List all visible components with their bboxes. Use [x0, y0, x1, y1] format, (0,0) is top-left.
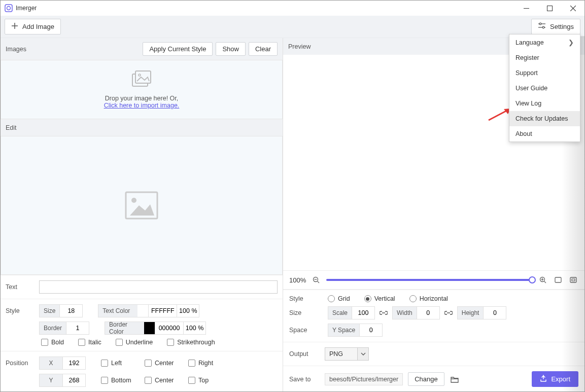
close-button[interactable]: [561, 1, 584, 16]
main: Images Apply Current Style Show Clear Dr…: [1, 38, 584, 392]
pos-x-input[interactable]: [62, 357, 86, 370]
textcolor-swatch[interactable]: [137, 304, 149, 317]
save-path: beesoft/Pictures/Imerger: [325, 373, 403, 385]
zoom-out-icon[interactable]: [311, 275, 321, 285]
svg-rect-0: [5, 5, 12, 12]
titlebar: Imerger: [1, 1, 584, 16]
images-stack-icon: [131, 70, 152, 90]
zoom-value: 100%: [289, 276, 306, 284]
export-icon: [540, 375, 547, 383]
fit-screen-icon[interactable]: [553, 275, 563, 285]
settings-menu: Language❯ Register Support User Guide Vi…: [509, 34, 580, 142]
show-button[interactable]: Show: [216, 42, 246, 56]
align-center-y[interactable]: Center: [145, 377, 185, 384]
svg-point-16: [131, 198, 136, 203]
layout-vertical-radio[interactable]: Vertical: [364, 295, 395, 302]
svg-rect-27: [572, 279, 575, 281]
menu-view-log[interactable]: View Log: [509, 96, 580, 111]
actual-size-icon[interactable]: [568, 275, 578, 285]
textcolor-opacity[interactable]: [177, 304, 199, 317]
image-dropzone[interactable]: Drop your image here! Or, Click here to …: [1, 60, 283, 119]
svg-line-19: [318, 281, 320, 283]
svg-marker-17: [130, 204, 154, 216]
textcolor-input[interactable]: [149, 304, 177, 317]
app-icon: [5, 4, 13, 12]
yspace-input[interactable]: [359, 324, 383, 337]
output-section: Output PNG: [283, 342, 584, 366]
zoom-slider[interactable]: [326, 279, 533, 281]
dropzone-text: Drop your image here! Or,: [105, 95, 179, 102]
underline-checkbox[interactable]: Underline: [116, 339, 153, 346]
style-section: Style Size Text Color Border Bord: [1, 299, 283, 351]
images-header: Images Apply Current Style Show Clear: [1, 38, 283, 60]
image-placeholder-icon: [124, 190, 159, 221]
output-format-select[interactable]: PNG: [325, 347, 369, 361]
svg-rect-13: [135, 71, 151, 83]
change-path-button[interactable]: Change: [408, 372, 444, 386]
bordercolor-swatch[interactable]: [144, 322, 155, 335]
align-left[interactable]: Left: [101, 360, 142, 367]
width-input[interactable]: [417, 306, 440, 319]
app-window: Imerger Add Image Settings Images Apply …: [0, 0, 585, 392]
align-center-x[interactable]: Center: [145, 360, 185, 367]
maximize-button[interactable]: [538, 1, 561, 16]
bold-checkbox[interactable]: Bold: [41, 339, 64, 346]
align-top[interactable]: Top: [188, 377, 229, 384]
preview-style-section: Style Grid Vertical Horizontal Size Scal…: [283, 290, 584, 342]
bordercolor-label: Border Color: [105, 322, 144, 335]
export-button[interactable]: Export: [532, 371, 578, 387]
scale-input[interactable]: [352, 306, 375, 319]
toolbar: Add Image Settings: [1, 16, 584, 38]
zoom-in-icon[interactable]: [538, 275, 548, 285]
text-input[interactable]: [39, 280, 278, 294]
text-label: Text: [6, 283, 36, 291]
plus-icon: [11, 22, 18, 31]
open-folder-icon[interactable]: [450, 374, 460, 384]
size-label: Size: [39, 304, 59, 317]
link-icon[interactable]: [378, 307, 389, 318]
position-section: Position X Left Center Right Y Bottom Ce…: [1, 351, 283, 392]
menu-support[interactable]: Support: [509, 65, 580, 81]
svg-rect-3: [547, 6, 552, 11]
left-pane: Images Apply Current Style Show Clear Dr…: [1, 38, 283, 392]
border-label: Border: [39, 322, 66, 335]
settings-button[interactable]: Settings: [531, 19, 580, 34]
menu-language[interactable]: Language❯: [509, 34, 580, 50]
edit-canvas: [1, 136, 283, 275]
bordercolor-input[interactable]: [155, 322, 184, 335]
chevron-right-icon: ❯: [568, 39, 574, 46]
menu-register[interactable]: Register: [509, 50, 580, 65]
minimize-button[interactable]: [514, 1, 538, 16]
layout-grid-radio[interactable]: Grid: [328, 295, 350, 302]
svg-rect-25: [555, 277, 561, 282]
textcolor-label: Text Color: [98, 304, 137, 317]
window-title: Imerger: [16, 5, 37, 12]
clear-button[interactable]: Clear: [249, 42, 278, 56]
window-controls: [514, 1, 584, 16]
svg-point-1: [7, 7, 11, 10]
align-right[interactable]: Right: [188, 360, 229, 367]
height-input[interactable]: [483, 306, 506, 319]
bordercolor-opacity[interactable]: [184, 322, 206, 335]
import-link[interactable]: Click here to import image.: [104, 102, 180, 109]
link-icon-2[interactable]: [443, 307, 454, 318]
pos-y-input[interactable]: [62, 374, 86, 387]
zoom-controls: 100%: [283, 270, 584, 290]
strikethrough-checkbox[interactable]: Strikethrough: [167, 339, 215, 346]
svg-line-22: [544, 281, 546, 283]
text-section: Text: [1, 275, 283, 299]
layout-horizontal-radio[interactable]: Horizontal: [409, 295, 448, 302]
save-section: Save to beesoft/Pictures/Imerger Change …: [283, 366, 584, 392]
menu-check-updates[interactable]: Check for Updates: [509, 111, 580, 126]
svg-point-11: [542, 26, 544, 28]
size-input[interactable]: [59, 304, 83, 317]
italic-checkbox[interactable]: Italic: [78, 339, 101, 346]
menu-user-guide[interactable]: User Guide: [509, 81, 580, 96]
edit-header: Edit: [1, 119, 283, 136]
sliders-icon: [538, 22, 546, 31]
menu-about[interactable]: About: [509, 126, 580, 141]
border-input[interactable]: [66, 322, 89, 335]
apply-style-button[interactable]: Apply Current Style: [143, 42, 213, 56]
align-bottom[interactable]: Bottom: [101, 377, 142, 384]
add-image-button[interactable]: Add Image: [5, 19, 61, 34]
